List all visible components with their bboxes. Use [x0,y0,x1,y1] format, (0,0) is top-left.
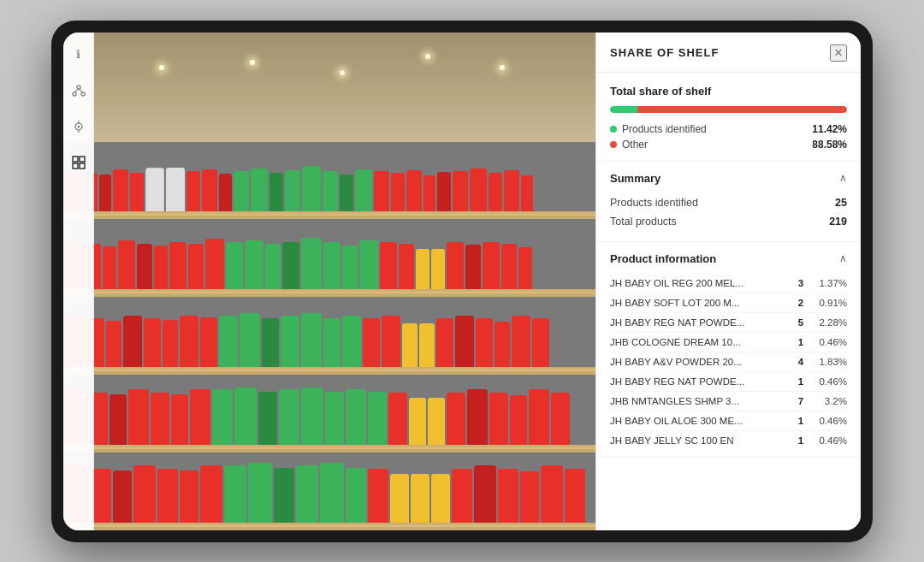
product-info-chevron: ∧ [839,252,847,264]
product-count-8: 1 [792,435,809,446]
product-info-section: Product information ∧ JH BABY OIL REG 20… [596,242,861,458]
product-row-7: JH BABY OIL ALOE 300 ME... 1 0.46% [610,411,847,431]
legend-pct-other: 88.58% [812,139,847,151]
product-row-3: JHB COLOGNE DREAM 10... 1 0.46% [610,333,847,352]
right-panel: SHARE OF SHELF × Total share of shelf [595,33,861,530]
summary-label-identified: Products identified [610,197,698,209]
product-pct-3: 0.46% [813,337,847,347]
product-row-5: JH BABY REG NAT POWDE... 1 0.46% [610,372,847,392]
svg-line-3 [74,89,79,92]
product-count-7: 1 [792,416,809,426]
info-icon[interactable]: ℹ [68,44,89,65]
product-pct-6: 3.2% [813,396,847,406]
product-count-2: 5 [792,317,809,328]
svg-rect-9 [73,157,78,162]
product-name-1: JH BABY SOFT LOT 200 M... [610,298,789,308]
product-pct-1: 0.91% [813,298,847,308]
sos-title: Total share of shelf [610,85,847,98]
product-name-6: JHB NMTANGLES SHMP 3... [610,396,789,406]
sos-section: Total share of shelf Products identified… [596,73,861,162]
shelves-area [63,142,595,530]
svg-rect-11 [73,163,78,169]
product-pct-7: 0.46% [813,416,847,426]
summary-body: Products identified 25 Total products 21… [596,193,861,242]
product-name-7: JH BABY OIL ALOE 300 ME... [610,416,789,426]
product-count-5: 1 [792,376,809,387]
legend-pct-identified: 11.42% [812,123,847,135]
product-name-5: JH BABY REG NAT POWDE... [610,376,789,387]
product-row-0: JH BABY OIL REG 200 MEL... 3 1.37% [610,274,847,293]
product-name-3: JHB COLOGNE DREAM 10... [610,337,789,347]
summary-value-identified: 25 [835,197,847,209]
product-row-2: JH BABY REG NAT POWDE... 5 2.28% [610,313,847,333]
svg-rect-10 [80,157,85,162]
product-count-3: 1 [792,337,809,347]
product-name-4: JH BABY A&V POWDER 20... [610,357,789,367]
product-pct-8: 0.46% [813,435,847,446]
shelf-image-area: ℹ [63,33,595,530]
sidebar-icons: ℹ [63,33,94,530]
sos-bar-green [610,106,637,113]
shelf-row-5 [63,453,595,530]
svg-point-2 [81,92,85,96]
shelf-scene [63,33,595,530]
product-name-2: JH BABY REG NAT POWDE... [610,317,789,328]
product-table: JH BABY OIL REG 200 MEL... 3 1.37% JH BA… [596,274,861,457]
summary-chevron: ∧ [839,172,847,184]
product-pct-4: 1.83% [813,357,847,367]
summary-value-total: 219 [829,216,847,228]
tablet-screen: ℹ [63,33,861,530]
legend-item-other: Other 88.58% [610,139,847,151]
product-name-0: JH BABY OIL REG 200 MEL... [610,278,789,288]
product-row-6: JHB NMTANGLES SHMP 3... 7 3.2% [610,392,847,411]
grid-icon[interactable] [68,152,89,173]
svg-point-0 [77,86,80,89]
product-count-4: 4 [792,357,809,367]
scan-icon[interactable] [68,116,89,137]
panel-header: SHARE OF SHELF × [596,33,861,73]
product-count-0: 3 [792,278,809,288]
product-pct-2: 2.28% [813,317,847,328]
product-row-1: JH BABY SOFT LOT 200 M... 2 0.91% [610,293,847,313]
legend-label-identified: Products identified [622,123,707,135]
legend-label-other: Other [622,139,648,151]
product-pct-5: 0.46% [813,376,847,387]
svg-point-6 [77,125,80,127]
summary-section-header[interactable]: Summary ∧ [596,162,861,193]
panel-title: SHARE OF SHELF [610,46,719,59]
shelf-row-2 [63,219,595,297]
shelf-row-1 [63,142,595,220]
sos-legend: Products identified 11.42% Other 88.58% [610,123,847,151]
product-pct-0: 1.37% [813,278,847,288]
svg-line-4 [79,89,83,92]
tablet-frame: ℹ [51,21,873,542]
ceiling-area [63,33,595,142]
shelf-row-3 [63,297,595,375]
network-icon[interactable] [68,80,89,101]
summary-label-total: Total products [610,216,677,228]
sos-bar-red [637,106,847,113]
summary-row-identified: Products identified 25 [610,193,847,212]
summary-title: Summary [610,172,660,185]
product-row-4: JH BABY A&V POWDER 20... 4 1.83% [610,352,847,372]
product-count-1: 2 [792,298,809,308]
legend-item-identified: Products identified 11.42% [610,123,847,135]
product-row-8: JH BABY JELLY SC 100 EN 1 0.46% [610,431,847,450]
sos-bar [610,106,847,113]
legend-dot-red [610,141,617,148]
summary-row-total: Total products 219 [610,212,847,231]
product-name-8: JH BABY JELLY SC 100 EN [610,435,789,446]
product-info-title: Product information [610,252,716,265]
close-button[interactable]: × [830,44,847,62]
product-info-header[interactable]: Product information ∧ [596,242,861,274]
svg-rect-12 [80,163,85,169]
svg-point-1 [73,92,76,96]
panel-content: Total share of shelf Products identified… [596,73,861,530]
shelf-row-4 [63,375,595,453]
legend-dot-green [610,126,617,133]
product-count-6: 7 [792,396,809,406]
